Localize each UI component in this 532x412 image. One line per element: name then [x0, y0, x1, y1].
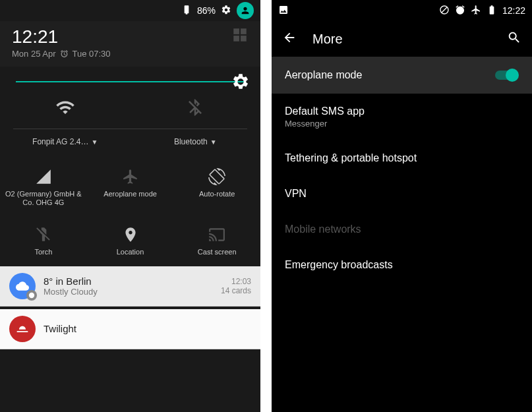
battery-icon [487, 5, 497, 17]
setting-mobile-networks: Mobile networks [272, 212, 532, 247]
svg-rect-2 [241, 28, 247, 34]
airplane-switch[interactable] [495, 69, 519, 82]
setting-emergency[interactable]: Emergency broadcasts [272, 247, 532, 283]
airplane-tile[interactable]: Aeroplane mode [87, 158, 174, 214]
notif-time: 12:03 [221, 277, 251, 286]
location-icon [90, 223, 171, 247]
signal-icon [3, 165, 84, 189]
svg-point-5 [29, 292, 34, 297]
chevron-down-icon: ▼ [91, 138, 98, 146]
settings-icon[interactable] [221, 5, 231, 17]
alarm-icon [60, 49, 69, 58]
status-bar: 86% [0, 0, 260, 21]
cellular-tile[interactable]: O2 (Germany) GmbH & Co. OHG 4G [0, 158, 87, 214]
status-clock: 12:22 [502, 5, 525, 16]
wifi-label-row[interactable]: Fonpit AG 2.4…▼ [0, 131, 131, 153]
rotate-icon [176, 165, 258, 189]
battery-pct: 86% [197, 5, 216, 16]
google-badge-icon [26, 290, 37, 301]
no-sim-icon [439, 5, 450, 17]
image-icon [278, 5, 289, 17]
notification-weather[interactable]: 8° in Berlin Mostly Cloudy 12:03 14 card… [0, 266, 260, 307]
multiuser-icon[interactable] [231, 26, 249, 46]
setting-airplane[interactable]: Aeroplane mode [272, 57, 532, 94]
chevron-down-icon: ▼ [210, 138, 217, 146]
notif-title: 8° in Berlin [44, 276, 213, 287]
toolbar: More [272, 21, 532, 57]
page-title: More [312, 32, 491, 47]
date: Mon 25 Apr [12, 49, 56, 59]
alarm-icon [455, 5, 465, 17]
torch-icon [3, 223, 84, 247]
svg-rect-3 [233, 36, 239, 42]
airplane-icon [90, 165, 171, 189]
svg-rect-1 [233, 28, 239, 34]
notification-twilight[interactable]: Twilight [0, 309, 260, 349]
svg-rect-4 [241, 36, 247, 42]
notif-meta: 14 cards [221, 286, 251, 295]
location-tile[interactable]: Location [87, 216, 174, 263]
alarm-time: Tue 07:30 [73, 49, 111, 59]
airplane-icon [471, 5, 481, 17]
setting-sms[interactable]: Default SMS app Messenger [272, 94, 532, 140]
back-icon[interactable] [282, 30, 297, 47]
bluetooth-off-icon [133, 96, 258, 119]
wifi-tile[interactable] [0, 89, 131, 127]
notif-sub: Mostly Cloudy [44, 287, 213, 297]
torch-tile[interactable]: Torch [0, 216, 87, 263]
battery-icon [181, 5, 192, 17]
brightness-slider[interactable] [0, 67, 260, 89]
profile-icon[interactable] [237, 2, 254, 19]
quick-settings-screen: 86% 12:21 Mon 25 Apr Tue 07:30 [0, 0, 260, 412]
bluetooth-label-row[interactable]: Bluetooth▼ [131, 131, 261, 153]
status-bar: 12:22 [272, 0, 532, 21]
notif-title: Twilight [44, 323, 251, 334]
qs-header: 12:21 Mon 25 Apr Tue 07:30 [0, 21, 260, 67]
cloud-icon [9, 273, 36, 299]
settings-more-screen: 12:22 More Aeroplane mode Default SMS ap… [272, 0, 532, 412]
twilight-icon [9, 316, 36, 342]
setting-tethering[interactable]: Tethering & portable hotspot [272, 140, 532, 176]
svg-rect-0 [185, 7, 188, 12]
cast-tile[interactable]: Cast screen [173, 216, 260, 263]
setting-vpn[interactable]: VPN [272, 176, 532, 212]
cast-icon [176, 223, 258, 247]
clock: 12:21 [12, 26, 111, 47]
search-icon[interactable] [507, 30, 521, 47]
brightness-auto-icon[interactable] [231, 73, 250, 91]
wifi-icon [3, 96, 128, 119]
date-row: Mon 25 Apr Tue 07:30 [12, 49, 111, 59]
bluetooth-tile[interactable] [131, 89, 261, 127]
rotate-tile[interactable]: Auto-rotate [173, 158, 260, 214]
